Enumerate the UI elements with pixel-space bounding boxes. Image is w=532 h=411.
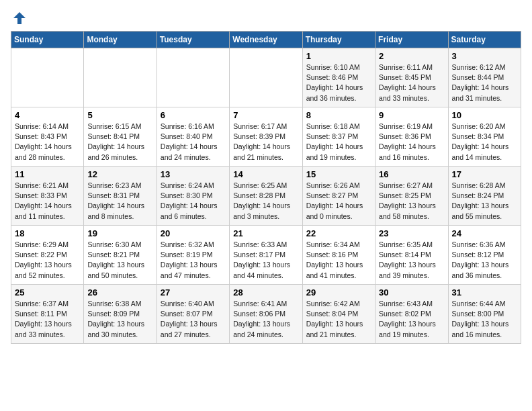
- day-info: Sunrise: 6:20 AM Sunset: 8:34 PM Dayligh…: [452, 122, 509, 161]
- weekday-header: Friday: [375, 32, 448, 48]
- day-number: 3: [452, 51, 517, 61]
- weekday-header: Saturday: [448, 32, 521, 48]
- calendar-cell: 14Sunrise: 6:25 AM Sunset: 8:28 PM Dayli…: [230, 167, 302, 226]
- day-info: Sunrise: 6:25 AM Sunset: 8:28 PM Dayligh…: [233, 181, 290, 220]
- day-number: 15: [306, 169, 371, 179]
- day-info: Sunrise: 6:18 AM Sunset: 8:37 PM Dayligh…: [306, 122, 363, 161]
- calendar-cell: 21Sunrise: 6:33 AM Sunset: 8:17 PM Dayli…: [230, 226, 302, 285]
- day-info: Sunrise: 6:29 AM Sunset: 8:22 PM Dayligh…: [15, 240, 72, 279]
- calendar-cell: 2Sunrise: 6:11 AM Sunset: 8:45 PM Daylig…: [375, 48, 448, 107]
- calendar-cell: 1Sunrise: 6:10 AM Sunset: 8:46 PM Daylig…: [302, 48, 375, 107]
- day-info: Sunrise: 6:44 AM Sunset: 8:00 PM Dayligh…: [452, 300, 509, 338]
- day-info: Sunrise: 6:26 AM Sunset: 8:27 PM Dayligh…: [306, 181, 363, 220]
- weekday-header: Thursday: [302, 32, 375, 48]
- day-number: 7: [233, 110, 298, 120]
- day-number: 31: [452, 287, 517, 298]
- day-info: Sunrise: 6:38 AM Sunset: 8:09 PM Dayligh…: [87, 300, 144, 338]
- day-info: Sunrise: 6:43 AM Sunset: 8:02 PM Dayligh…: [379, 300, 436, 338]
- calendar-week-row: 25Sunrise: 6:37 AM Sunset: 8:11 PM Dayli…: [11, 285, 521, 344]
- calendar-cell: 20Sunrise: 6:32 AM Sunset: 8:19 PM Dayli…: [157, 226, 229, 285]
- calendar-cell: 10Sunrise: 6:20 AM Sunset: 8:34 PM Dayli…: [448, 107, 521, 167]
- day-info: Sunrise: 6:14 AM Sunset: 8:43 PM Dayligh…: [15, 122, 72, 161]
- calendar-cell: 5Sunrise: 6:15 AM Sunset: 8:41 PM Daylig…: [84, 107, 157, 167]
- calendar-cell: 7Sunrise: 6:17 AM Sunset: 8:39 PM Daylig…: [230, 107, 302, 167]
- calendar-cell: [84, 48, 157, 107]
- calendar-cell: 19Sunrise: 6:30 AM Sunset: 8:21 PM Dayli…: [84, 226, 157, 285]
- calendar-cell: [11, 48, 84, 107]
- day-info: Sunrise: 6:32 AM Sunset: 8:19 PM Dayligh…: [161, 240, 218, 279]
- day-info: Sunrise: 6:17 AM Sunset: 8:39 PM Dayligh…: [233, 122, 290, 161]
- calendar-cell: 27Sunrise: 6:40 AM Sunset: 8:07 PM Dayli…: [157, 285, 229, 344]
- header: [11, 11, 521, 23]
- day-number: 1: [306, 51, 371, 61]
- calendar-cell: 30Sunrise: 6:43 AM Sunset: 8:02 PM Dayli…: [375, 285, 448, 344]
- svg-marker-0: [13, 12, 26, 24]
- day-number: 2: [379, 51, 444, 61]
- day-info: Sunrise: 6:33 AM Sunset: 8:17 PM Dayligh…: [233, 240, 290, 279]
- calendar-header-row: SundayMondayTuesdayWednesdayThursdayFrid…: [11, 32, 521, 48]
- calendar-cell: 12Sunrise: 6:23 AM Sunset: 8:31 PM Dayli…: [84, 167, 157, 226]
- day-info: Sunrise: 6:16 AM Sunset: 8:40 PM Dayligh…: [161, 122, 218, 161]
- day-info: Sunrise: 6:42 AM Sunset: 8:04 PM Dayligh…: [306, 300, 363, 338]
- day-number: 27: [161, 287, 226, 298]
- weekday-header: Wednesday: [230, 32, 302, 48]
- day-info: Sunrise: 6:36 AM Sunset: 8:12 PM Dayligh…: [452, 240, 509, 279]
- calendar-table: SundayMondayTuesdayWednesdayThursdayFrid…: [11, 31, 521, 344]
- calendar-cell: 17Sunrise: 6:28 AM Sunset: 8:24 PM Dayli…: [448, 167, 521, 226]
- day-info: Sunrise: 6:30 AM Sunset: 8:21 PM Dayligh…: [87, 240, 144, 279]
- calendar-cell: 3Sunrise: 6:12 AM Sunset: 8:44 PM Daylig…: [448, 48, 521, 107]
- calendar-cell: 25Sunrise: 6:37 AM Sunset: 8:11 PM Dayli…: [11, 285, 84, 344]
- calendar-cell: 28Sunrise: 6:41 AM Sunset: 8:06 PM Dayli…: [230, 285, 302, 344]
- day-info: Sunrise: 6:41 AM Sunset: 8:06 PM Dayligh…: [233, 300, 290, 338]
- day-info: Sunrise: 6:23 AM Sunset: 8:31 PM Dayligh…: [87, 181, 144, 220]
- day-number: 11: [15, 169, 80, 179]
- day-info: Sunrise: 6:24 AM Sunset: 8:30 PM Dayligh…: [161, 181, 218, 220]
- day-info: Sunrise: 6:27 AM Sunset: 8:25 PM Dayligh…: [379, 181, 436, 220]
- calendar-cell: [230, 48, 302, 107]
- calendar-cell: 16Sunrise: 6:27 AM Sunset: 8:25 PM Dayli…: [375, 167, 448, 226]
- day-number: 8: [306, 110, 371, 120]
- day-info: Sunrise: 6:19 AM Sunset: 8:36 PM Dayligh…: [379, 122, 436, 161]
- day-info: Sunrise: 6:37 AM Sunset: 8:11 PM Dayligh…: [15, 300, 72, 338]
- day-info: Sunrise: 6:10 AM Sunset: 8:46 PM Dayligh…: [306, 63, 363, 102]
- calendar-cell: 13Sunrise: 6:24 AM Sunset: 8:30 PM Dayli…: [157, 167, 229, 226]
- logo: [11, 11, 27, 23]
- day-info: Sunrise: 6:34 AM Sunset: 8:16 PM Dayligh…: [306, 240, 363, 279]
- calendar-cell: 15Sunrise: 6:26 AM Sunset: 8:27 PM Dayli…: [302, 167, 375, 226]
- day-number: 14: [233, 169, 298, 179]
- day-number: 12: [87, 169, 152, 179]
- calendar-cell: 24Sunrise: 6:36 AM Sunset: 8:12 PM Dayli…: [448, 226, 521, 285]
- calendar-cell: 4Sunrise: 6:14 AM Sunset: 8:43 PM Daylig…: [11, 107, 84, 167]
- day-number: 16: [379, 169, 444, 179]
- day-number: 28: [233, 287, 298, 298]
- calendar-cell: 26Sunrise: 6:38 AM Sunset: 8:09 PM Dayli…: [84, 285, 157, 344]
- calendar-cell: 18Sunrise: 6:29 AM Sunset: 8:22 PM Dayli…: [11, 226, 84, 285]
- day-number: 9: [379, 110, 444, 120]
- day-number: 30: [379, 287, 444, 298]
- day-info: Sunrise: 6:40 AM Sunset: 8:07 PM Dayligh…: [161, 300, 218, 338]
- day-number: 10: [452, 110, 517, 120]
- calendar-week-row: 18Sunrise: 6:29 AM Sunset: 8:22 PM Dayli…: [11, 226, 521, 285]
- day-number: 17: [452, 169, 517, 179]
- weekday-header: Monday: [84, 32, 157, 48]
- day-info: Sunrise: 6:11 AM Sunset: 8:45 PM Dayligh…: [379, 63, 436, 102]
- day-number: 13: [161, 169, 226, 179]
- calendar-week-row: 1Sunrise: 6:10 AM Sunset: 8:46 PM Daylig…: [11, 48, 521, 107]
- day-number: 22: [306, 228, 371, 238]
- calendar-body: 1Sunrise: 6:10 AM Sunset: 8:46 PM Daylig…: [11, 48, 521, 344]
- day-info: Sunrise: 6:12 AM Sunset: 8:44 PM Dayligh…: [452, 63, 509, 102]
- day-number: 26: [87, 287, 152, 298]
- weekday-header: Sunday: [11, 32, 84, 48]
- calendar-week-row: 11Sunrise: 6:21 AM Sunset: 8:33 PM Dayli…: [11, 167, 521, 226]
- day-number: 21: [233, 228, 298, 238]
- calendar-cell: 11Sunrise: 6:21 AM Sunset: 8:33 PM Dayli…: [11, 167, 84, 226]
- calendar-week-row: 4Sunrise: 6:14 AM Sunset: 8:43 PM Daylig…: [11, 107, 521, 167]
- day-number: 24: [452, 228, 517, 238]
- calendar-cell: [157, 48, 229, 107]
- day-number: 19: [87, 228, 152, 238]
- calendar-cell: 23Sunrise: 6:35 AM Sunset: 8:14 PM Dayli…: [375, 226, 448, 285]
- day-number: 25: [15, 287, 80, 298]
- day-number: 18: [15, 228, 80, 238]
- calendar-cell: 9Sunrise: 6:19 AM Sunset: 8:36 PM Daylig…: [375, 107, 448, 167]
- calendar-cell: 6Sunrise: 6:16 AM Sunset: 8:40 PM Daylig…: [157, 107, 229, 167]
